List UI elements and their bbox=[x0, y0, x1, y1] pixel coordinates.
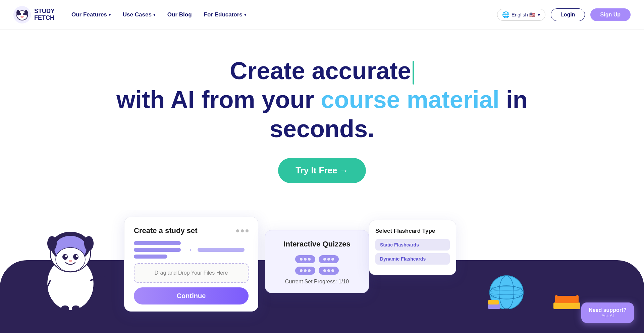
hero-title: Create accurate with AI from your course… bbox=[13, 56, 631, 143]
globe-decoration bbox=[486, 269, 527, 317]
hero-title-line3: seconds. bbox=[270, 115, 374, 142]
svg-point-11 bbox=[47, 236, 57, 251]
quiz-group-1 bbox=[295, 255, 315, 263]
quiz-dot bbox=[304, 258, 307, 261]
nav-links: Our Features ▾ Use Cases ▾ Our Blog For … bbox=[71, 11, 497, 18]
study-set-card: Create a study set → Drag and Drop Your … bbox=[124, 217, 258, 312]
chevron-down-icon: ▾ bbox=[109, 12, 111, 17]
quiz-card: Interactive Quizzes bbox=[265, 230, 369, 293]
support-button[interactable]: Need support? Ask AI bbox=[581, 302, 634, 323]
quiz-dot bbox=[327, 258, 330, 261]
hero-title-highlight: course material bbox=[321, 86, 499, 113]
hero-title-line2-prefix: with AI from your bbox=[116, 86, 314, 113]
svg-point-17 bbox=[76, 255, 78, 257]
login-button[interactable]: Login bbox=[551, 8, 585, 21]
quiz-progress: Current Set Progress: 1/10 bbox=[273, 279, 361, 285]
quiz-dot bbox=[308, 269, 311, 272]
svg-rect-36 bbox=[555, 295, 579, 303]
support-main-label: Need support? bbox=[589, 307, 627, 313]
quiz-row-1 bbox=[273, 255, 361, 263]
right-line-1 bbox=[198, 248, 245, 252]
navbar: STUDY FETCH Our Features ▾ Use Cases ▾ O… bbox=[0, 0, 644, 30]
quiz-dot bbox=[300, 269, 303, 272]
support-sub-label: Ask AI bbox=[589, 313, 627, 318]
quiz-dot bbox=[331, 269, 334, 272]
dots-menu[interactable] bbox=[236, 229, 249, 232]
logo-icon bbox=[13, 6, 31, 23]
dot-2 bbox=[241, 229, 244, 232]
svg-rect-37 bbox=[557, 288, 577, 296]
line-bar-1 bbox=[134, 241, 181, 245]
svg-rect-23 bbox=[72, 306, 80, 314]
chevron-down-icon: ▾ bbox=[538, 12, 540, 18]
lang-label: English 🇺🇸 bbox=[512, 12, 536, 18]
svg-point-18 bbox=[69, 260, 72, 262]
quiz-group-3 bbox=[295, 267, 315, 275]
flashcard-option-static[interactable]: Static Flashcards bbox=[375, 239, 450, 251]
nav-our-features[interactable]: Our Features ▾ bbox=[71, 11, 111, 18]
svg-point-4 bbox=[20, 16, 24, 18]
quiz-progress-value: 1/10 bbox=[338, 279, 349, 284]
signup-button[interactable]: Sign Up bbox=[590, 8, 631, 21]
drop-zone-label: Drag and Drop Your Files Here bbox=[155, 270, 228, 276]
svg-rect-22 bbox=[61, 306, 69, 314]
line-bar-3 bbox=[134, 255, 167, 259]
left-lines bbox=[134, 241, 181, 259]
svg-point-5 bbox=[16, 10, 20, 15]
svg-rect-30 bbox=[503, 309, 510, 312]
language-selector[interactable]: 🌐 English 🇺🇸 ▾ bbox=[497, 9, 545, 21]
svg-point-6 bbox=[24, 10, 28, 15]
flashcard-card: Select Flashcard Type Static Flashcards … bbox=[369, 220, 456, 275]
try-it-free-button[interactable]: Try It Free → bbox=[278, 158, 366, 183]
books-stack bbox=[550, 269, 584, 314]
cursor-blink bbox=[413, 61, 414, 85]
svg-point-13 bbox=[56, 247, 85, 272]
quiz-group-2 bbox=[319, 255, 339, 263]
study-set-card-title: Create a study set bbox=[134, 226, 198, 235]
quiz-dot bbox=[304, 269, 307, 272]
globe-icon: 🌐 bbox=[502, 11, 509, 18]
svg-point-14 bbox=[62, 254, 68, 260]
right-lines bbox=[198, 248, 245, 252]
continue-button[interactable]: Continue bbox=[134, 287, 249, 304]
nav-for-educators[interactable]: For Educators ▾ bbox=[204, 11, 246, 18]
lines-area: → bbox=[134, 241, 249, 259]
dot-3 bbox=[246, 229, 249, 232]
flashcard-option-dynamic[interactable]: Dynamic Flashcards bbox=[375, 253, 450, 265]
quiz-dot bbox=[300, 258, 303, 261]
chevron-down-icon: ▾ bbox=[153, 12, 155, 17]
dog-mascot bbox=[34, 210, 107, 304]
hero-title-line1: Create accurate bbox=[230, 57, 411, 84]
quiz-card-title: Interactive Quizzes bbox=[273, 240, 361, 248]
quiz-dot bbox=[327, 269, 330, 272]
line-bar-2 bbox=[134, 248, 181, 252]
hero-cta-area: Try It Free → bbox=[13, 158, 631, 183]
logo-text: STUDY FETCH bbox=[34, 8, 55, 21]
arrow-right-icon: → bbox=[185, 245, 193, 254]
logo[interactable]: STUDY FETCH bbox=[13, 6, 55, 23]
nav-our-blog[interactable]: Our Blog bbox=[167, 11, 192, 18]
svg-point-12 bbox=[84, 236, 94, 251]
hero-title-line2-suffix: in bbox=[506, 86, 528, 113]
svg-rect-34 bbox=[488, 300, 499, 304]
svg-point-15 bbox=[73, 254, 78, 260]
nav-right: 🌐 English 🇺🇸 ▾ Login Sign Up bbox=[497, 8, 631, 21]
svg-rect-31 bbox=[500, 312, 513, 315]
quiz-group-4 bbox=[319, 267, 339, 275]
quiz-row-2 bbox=[273, 267, 361, 275]
quiz-dot bbox=[323, 269, 326, 272]
quiz-dot bbox=[308, 258, 311, 261]
bottom-scene: Create a study set → Drag and Drop Your … bbox=[0, 210, 644, 333]
nav-use-cases[interactable]: Use Cases ▾ bbox=[123, 11, 155, 18]
quiz-dot bbox=[323, 258, 326, 261]
hero-section: Create accurate with AI from your course… bbox=[0, 30, 644, 197]
svg-point-16 bbox=[65, 255, 67, 257]
card-header: Create a study set bbox=[134, 226, 249, 235]
quiz-dot bbox=[331, 258, 334, 261]
drop-zone[interactable]: Drag and Drop Your Files Here bbox=[134, 263, 249, 283]
svg-rect-35 bbox=[553, 302, 580, 309]
quiz-progress-label: Current Set Progress: bbox=[285, 279, 337, 284]
svg-rect-32 bbox=[488, 309, 501, 313]
flashcard-card-title: Select Flashcard Type bbox=[375, 228, 450, 234]
dot-1 bbox=[236, 229, 239, 232]
